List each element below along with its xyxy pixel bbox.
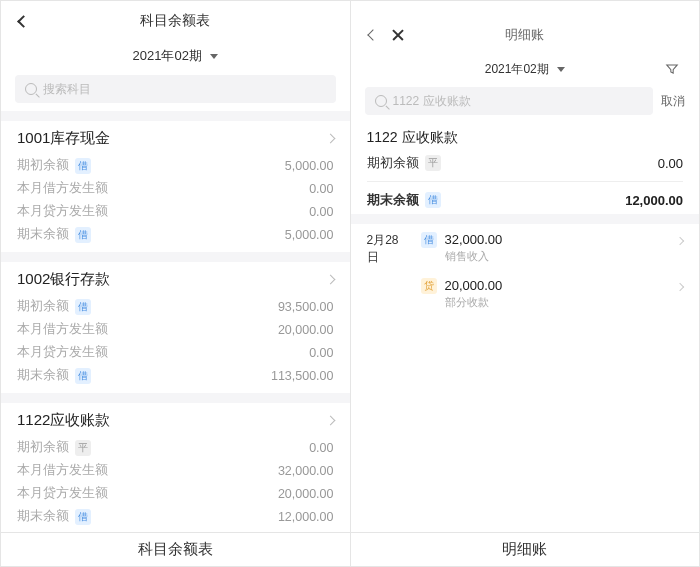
chevron-down-icon [210, 54, 218, 59]
badge-icon: 借 [75, 227, 91, 243]
badge-icon: 借 [421, 232, 437, 248]
row-label: 本月借方发生额 [17, 180, 108, 197]
search-input[interactable]: 搜索科目 [15, 75, 336, 103]
row-value: 20,000.00 [278, 323, 334, 337]
entry-desc: 部分收款 [445, 295, 670, 310]
row-value: 12,000.00 [278, 510, 334, 524]
balance-row: 期初余额平0.00 [1, 436, 350, 459]
chevron-right-icon [325, 275, 335, 285]
row-label: 本月借方发生额 [17, 321, 108, 338]
back-icon[interactable] [367, 29, 378, 40]
row-label: 期末余额 [17, 226, 69, 243]
account-name: 1001库存现金 [17, 129, 110, 148]
chevron-right-icon [325, 416, 335, 426]
row-value: 93,500.00 [278, 300, 334, 314]
chevron-down-icon [557, 67, 565, 72]
chevron-right-icon [676, 283, 684, 291]
badge-icon: 贷 [421, 278, 437, 294]
balance-row: 期初余额借5,000.00 [1, 154, 350, 177]
opening-balance-row: 期初余额 平 0.00 [351, 149, 700, 177]
row-value: 32,000.00 [278, 464, 334, 478]
account-header[interactable]: 1122应收账款 [1, 403, 350, 436]
detail-account-name: 1122 应收账款 [351, 123, 700, 149]
back-icon[interactable] [17, 15, 30, 28]
left-period-text: 2021年02期 [133, 47, 202, 65]
ledger-detail-panel: 明细账 2021年02期 1122 应收账款 取消 1122 应收账款 期初余额… [351, 1, 700, 532]
left-period-selector[interactable]: 2021年02期 [1, 41, 350, 71]
entry-date: 2月28日 [367, 232, 411, 266]
entry-desc: 销售收入 [445, 249, 670, 264]
row-label: 本月贷方发生额 [17, 344, 108, 361]
row-label: 期末余额 [17, 367, 69, 384]
cancel-button[interactable]: 取消 [661, 93, 685, 110]
left-title: 科目余额表 [140, 12, 210, 30]
left-caption: 科目余额表 [1, 533, 351, 566]
entries-list: 2月28日 借 32,000.00 销售收入 贷 20,000.00 部分收款 [351, 224, 700, 314]
close-icon[interactable] [391, 28, 405, 42]
right-period-text: 2021年02期 [485, 61, 549, 78]
left-titlebar: 科目余额表 [1, 1, 350, 41]
opening-value: 0.00 [658, 156, 683, 171]
closing-label: 期末余额 [367, 191, 419, 209]
balance-row: 期末余额借12,000.00 [1, 505, 350, 528]
row-value: 5,000.00 [285, 228, 334, 242]
right-titlebar: 明细账 [351, 15, 700, 55]
closing-value: 12,000.00 [625, 193, 683, 208]
row-label: 本月贷方发生额 [17, 485, 108, 502]
ledger-entry[interactable]: 2月28日 借 32,000.00 销售收入 [367, 232, 684, 266]
right-period-selector[interactable]: 2021年02期 [351, 55, 700, 83]
search-placeholder: 搜索科目 [43, 81, 91, 98]
entry-amount: 20,000.00 [445, 278, 670, 293]
balance-row: 期初余额借93,500.00 [1, 295, 350, 318]
row-value: 0.00 [309, 182, 333, 196]
right-caption: 明细账 [351, 533, 700, 566]
balance-row: 本月借方发生额32,000.00 [1, 459, 350, 482]
account-header[interactable]: 1001库存现金 [1, 121, 350, 154]
row-value: 113,500.00 [271, 369, 334, 383]
chevron-right-icon [676, 237, 684, 245]
badge-icon: 借 [75, 509, 91, 525]
row-label: 本月贷方发生额 [17, 203, 108, 220]
balance-row: 本月贷方发生额0.00 [1, 341, 350, 364]
badge-icon: 平 [75, 440, 91, 456]
entry-amount: 32,000.00 [445, 232, 670, 247]
account-name: 1002银行存款 [17, 270, 110, 289]
badge-icon: 借 [75, 368, 91, 384]
row-label: 期末余额 [17, 508, 69, 525]
balance-row: 本月借方发生额0.00 [1, 177, 350, 200]
right-title: 明细账 [505, 26, 544, 44]
captions-row: 科目余额表 明细账 [0, 533, 700, 567]
opening-label: 期初余额 [367, 154, 419, 172]
balance-row: 本月借方发生额20,000.00 [1, 318, 350, 341]
badge-icon: 借 [75, 158, 91, 174]
balance-row: 期末余额借5,000.00 [1, 223, 350, 246]
row-label: 期初余额 [17, 298, 69, 315]
row-value: 0.00 [309, 346, 333, 360]
row-label: 本月借方发生额 [17, 462, 108, 479]
section-gap [1, 252, 350, 262]
row-label: 期初余额 [17, 157, 69, 174]
ledger-search-input[interactable]: 1122 应收账款 [365, 87, 654, 115]
chevron-right-icon [325, 134, 335, 144]
search-icon [25, 83, 37, 95]
row-value: 20,000.00 [278, 487, 334, 501]
balance-sheet-panel: 科目余额表 2021年02期 搜索科目 1001库存现金期初余额借5,000.0… [1, 1, 351, 532]
filter-icon[interactable] [665, 62, 679, 76]
section-gap [1, 111, 350, 121]
badge-icon: 平 [425, 155, 441, 171]
account-name: 1122应收账款 [17, 411, 110, 430]
ledger-search-value: 1122 应收账款 [393, 93, 471, 110]
badge-icon: 借 [75, 299, 91, 315]
balance-row: 本月贷方发生额20,000.00 [1, 482, 350, 505]
search-icon [375, 95, 387, 107]
section-gap [351, 214, 700, 224]
balance-row: 期末余额借113,500.00 [1, 364, 350, 387]
row-value: 5,000.00 [285, 159, 334, 173]
ledger-entry[interactable]: 贷 20,000.00 部分收款 [367, 278, 684, 310]
separator [367, 181, 684, 182]
badge-icon: 借 [425, 192, 441, 208]
account-header[interactable]: 1002银行存款 [1, 262, 350, 295]
row-value: 0.00 [309, 441, 333, 455]
row-value: 0.00 [309, 205, 333, 219]
section-gap [1, 393, 350, 403]
